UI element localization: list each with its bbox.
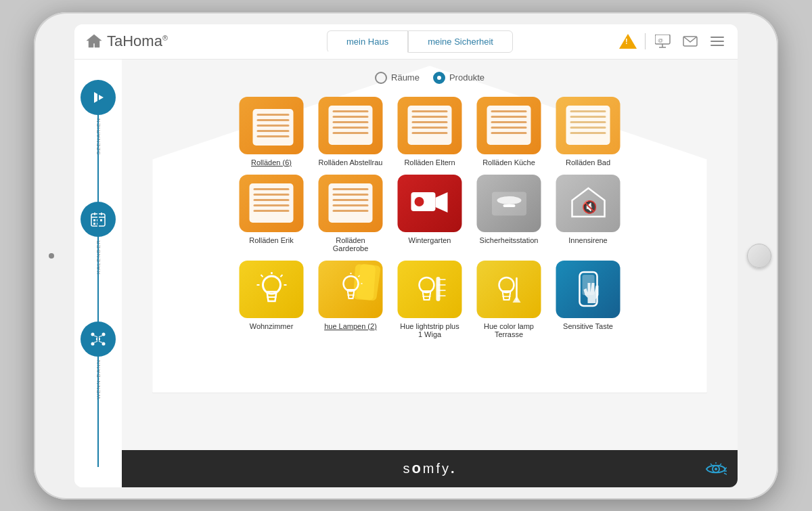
sensitive-taste-icon bbox=[556, 261, 621, 318]
svg-text:@: @ bbox=[658, 37, 663, 43]
bottom-bar: somfy. bbox=[122, 450, 738, 487]
nav-tabs: mein Haus meine Sicherheit bbox=[221, 30, 619, 53]
rolladen-group-icon bbox=[240, 97, 304, 154]
header-icons: @ bbox=[619, 32, 727, 51]
product-hue-lightstrip[interactable]: Hue lightstrip plus 1 Wiga bbox=[394, 261, 466, 338]
wohnzimmer-icon bbox=[240, 261, 304, 318]
eye-icon[interactable] bbox=[705, 462, 727, 479]
rolladen-kuche-label: Rolläden Küche bbox=[482, 158, 535, 166]
svg-rect-32 bbox=[503, 204, 515, 207]
wintergarten-icon bbox=[398, 175, 462, 232]
view-options: Räume Produkte bbox=[375, 72, 484, 84]
svg-point-60 bbox=[715, 468, 717, 470]
svg-point-41 bbox=[343, 276, 358, 291]
sicherheitsstation-label: Sicherheitsstation bbox=[480, 236, 539, 244]
logo-text: TaHoma® bbox=[107, 32, 168, 50]
product-wintergarten[interactable]: Wintergarten bbox=[394, 175, 466, 252]
product-rolladen-eltern[interactable]: Rolläden Eltern bbox=[394, 97, 466, 166]
raume-radio[interactable]: Räume bbox=[375, 72, 420, 84]
svg-point-20 bbox=[102, 333, 106, 336]
alert-icon-wrapper[interactable] bbox=[619, 34, 637, 49]
product-hue-color-lamp[interactable]: Hue color lamp Terrasse bbox=[474, 261, 545, 338]
hue-lampen-label: hue Lampen (2) bbox=[324, 322, 377, 330]
product-rolladen-abstellrau[interactable]: Rolläden Abstellrau bbox=[315, 97, 386, 166]
header: TaHoma® mein Haus meine Sicherheit @ bbox=[74, 24, 738, 60]
rolladen-group-label: Rolläden (6) bbox=[251, 158, 292, 166]
svg-point-29 bbox=[414, 197, 424, 206]
product-innensirene[interactable]: 🔇 Innensirene bbox=[553, 175, 624, 252]
tablet-device: TaHoma® mein Haus meine Sicherheit @ bbox=[34, 12, 778, 499]
svg-rect-48 bbox=[436, 277, 440, 301]
wintergarten-label: Wintergarten bbox=[409, 236, 451, 244]
svg-rect-16 bbox=[93, 223, 95, 225]
tablet-camera bbox=[49, 253, 54, 259]
product-rolladen-bad[interactable]: Rolläden Bad bbox=[553, 97, 624, 166]
sensitive-taste-label: Sensitive Taste bbox=[563, 322, 613, 330]
hue-lightstrip-icon bbox=[398, 261, 462, 318]
logo-area: TaHoma® bbox=[85, 32, 221, 50]
product-wohnzimmer[interactable]: Wohnzimmer bbox=[236, 261, 307, 338]
rolladen-kuche-icon bbox=[477, 97, 541, 154]
rolladen-abstellrau-icon bbox=[319, 97, 383, 154]
rolladen-garderobe-icon bbox=[319, 175, 383, 232]
innensirene-label: Innensirene bbox=[568, 236, 608, 244]
tablet-home-button[interactable] bbox=[747, 244, 771, 268]
rolladen-eltern-icon bbox=[398, 97, 462, 154]
vertical-divider bbox=[645, 33, 646, 49]
hue-color-lamp-icon bbox=[477, 261, 541, 318]
product-sensitive-taste[interactable]: Sensitive Taste bbox=[553, 261, 624, 338]
svg-rect-13 bbox=[93, 219, 95, 221]
rolladen-bad-icon bbox=[556, 97, 621, 154]
products-grid: Rolläden (6) bbox=[236, 97, 624, 345]
rolladen-abstellrau-label: Rolläden Abstellrau bbox=[319, 158, 383, 166]
rolladen-erik-icon bbox=[240, 175, 304, 232]
innensirene-icon: 🔇 bbox=[556, 175, 621, 232]
tab-meine-sicherheit[interactable]: meine Sicherheit bbox=[408, 30, 513, 53]
svg-line-39 bbox=[261, 275, 263, 277]
somfy-logo: somfy. bbox=[403, 460, 456, 477]
svg-marker-28 bbox=[435, 192, 447, 213]
svg-point-19 bbox=[91, 333, 95, 336]
product-rolladen-kuche[interactable]: Rolläden Küche bbox=[474, 97, 545, 166]
svg-point-21 bbox=[91, 342, 95, 346]
svg-line-63 bbox=[710, 464, 712, 465]
main-content: Räume Produkte bbox=[122, 60, 738, 487]
svg-line-66 bbox=[724, 473, 727, 475]
sicherheitsstation-icon bbox=[477, 175, 541, 232]
rolladen-erik-label: Rolläden Erik bbox=[249, 236, 293, 244]
menu-icon[interactable] bbox=[708, 32, 727, 51]
svg-line-37 bbox=[280, 275, 282, 277]
produkte-radio[interactable]: Produkte bbox=[433, 72, 484, 84]
email-icon[interactable] bbox=[681, 32, 700, 51]
hue-color-lamp-label: Hue color lamp Terrasse bbox=[477, 322, 541, 338]
svg-line-44 bbox=[358, 275, 359, 277]
product-hue-lampen[interactable]: hue Lampen (2) bbox=[315, 261, 386, 338]
product-rolladen-erik[interactable]: Rolläden Erik bbox=[236, 175, 307, 252]
svg-rect-15 bbox=[100, 219, 102, 221]
svg-point-53 bbox=[499, 277, 514, 292]
screen: TaHoma® mein Haus meine Sicherheit @ bbox=[74, 24, 738, 487]
content-area: SZENARIEN bbox=[74, 60, 738, 487]
svg-line-62 bbox=[720, 464, 721, 465]
svg-point-22 bbox=[102, 342, 106, 346]
product-sicherheitsstation[interactable]: Sicherheitsstation bbox=[474, 175, 545, 252]
tab-mein-haus[interactable]: mein Haus bbox=[327, 30, 408, 53]
sidebar: SZENARIEN bbox=[74, 60, 122, 487]
produkte-radio-circle bbox=[433, 72, 445, 84]
product-rolladen-group[interactable]: Rolläden (6) bbox=[236, 97, 307, 166]
hue-lightstrip-label: Hue lightstrip plus 1 Wiga bbox=[398, 322, 462, 338]
alert-icon bbox=[619, 34, 637, 49]
rolladen-garderobe-label: Rolläden Garderobe bbox=[319, 236, 383, 252]
wohnzimmer-label: Wohnzimmer bbox=[250, 322, 294, 330]
connection-icon[interactable]: @ bbox=[654, 32, 673, 51]
hue-lampen-icon bbox=[319, 261, 383, 318]
svg-marker-8 bbox=[94, 92, 104, 103]
product-rolladen-garderobe[interactable]: Rolläden Garderobe bbox=[315, 175, 386, 252]
raume-label: Räume bbox=[391, 72, 420, 83]
svg-marker-56 bbox=[512, 296, 520, 303]
home-icon bbox=[85, 32, 103, 50]
svg-text:🔇: 🔇 bbox=[581, 200, 597, 215]
rolladen-bad-label: Rolläden Bad bbox=[566, 158, 610, 166]
svg-point-31 bbox=[497, 196, 521, 204]
svg-point-46 bbox=[419, 277, 434, 292]
